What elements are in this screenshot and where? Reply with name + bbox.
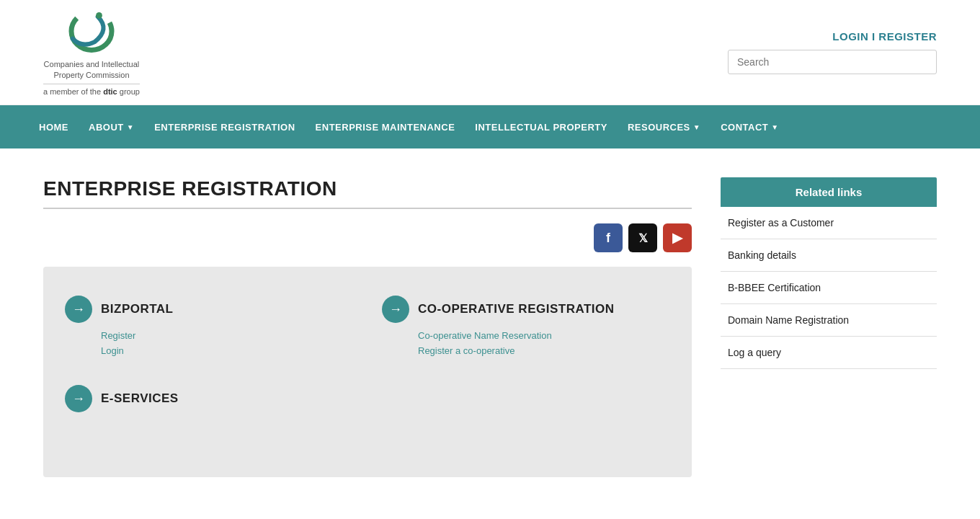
- card-cooperative: CO-OPERATIVE REGISTRATION Co-operative N…: [382, 296, 670, 356]
- svg-point-1: [96, 12, 102, 19]
- card-title-bizportal: BIZPORTAL: [101, 302, 174, 316]
- related-link-domain[interactable]: Domain Name Registration: [721, 304, 937, 337]
- related-links-header: Related links: [721, 177, 937, 207]
- related-link-register-customer[interactable]: Register as a Customer: [721, 207, 937, 239]
- card-eservices: E-SERVICES: [65, 385, 353, 420]
- card-header-eservices: E-SERVICES: [65, 385, 353, 412]
- page-title: ENTERPRISE REGISTRATION: [43, 177, 692, 200]
- nav-enterprise-maintenance[interactable]: ENTERPRISE MAINTENANCE: [306, 105, 466, 148]
- related-link-bbbee[interactable]: B-BBEE Certification: [721, 272, 937, 304]
- card-link-login[interactable]: Login: [101, 345, 353, 356]
- main-nav: HOME ABOUT ▼ ENTERPRISE REGISTRATION ENT…: [0, 105, 980, 148]
- card-header-cooperative: CO-OPERATIVE REGISTRATION: [382, 296, 670, 323]
- card-links-bizportal: Register Login: [101, 330, 353, 356]
- nav-enterprise-registration[interactable]: ENTERPRISE REGISTRATION: [144, 105, 305, 148]
- youtube-icon[interactable]: ▶: [663, 223, 692, 252]
- card-placeholder: [382, 385, 670, 420]
- card-bizportal: BIZPORTAL Register Login: [65, 296, 353, 356]
- main-wrapper: ENTERPRISE REGISTRATION f 𝕏 ▶ BIZPORTAL: [0, 148, 980, 506]
- card-title-eservices: E-SERVICES: [101, 391, 179, 406]
- nav-home[interactable]: HOME: [29, 105, 79, 148]
- chevron-down-icon: ▼: [771, 123, 778, 131]
- site-header: Companies and Intellectual Property Comm…: [0, 0, 980, 105]
- title-divider: [43, 208, 692, 209]
- social-icons: f 𝕏 ▶: [43, 223, 692, 252]
- card-link-coop-name[interactable]: Co-operative Name Reservation: [418, 330, 670, 341]
- content-area: ENTERPRISE REGISTRATION f 𝕏 ▶ BIZPORTAL: [43, 177, 692, 477]
- card-row-1: BIZPORTAL Register Login CO-OPERATIVE RE…: [65, 296, 670, 356]
- twitter-icon[interactable]: 𝕏: [628, 223, 657, 252]
- logo-icon: [59, 7, 124, 58]
- card-row-2: E-SERVICES: [65, 385, 670, 420]
- logo-text: Companies and Intellectual Property Comm…: [43, 59, 140, 97]
- card-link-register[interactable]: Register: [101, 330, 353, 341]
- nav-about[interactable]: ABOUT ▼: [79, 105, 144, 148]
- card-link-register-coop[interactable]: Register a co-operative: [418, 345, 670, 356]
- related-link-log-query[interactable]: Log a query: [721, 337, 937, 369]
- card-grid: BIZPORTAL Register Login CO-OPERATIVE RE…: [43, 267, 692, 477]
- arrow-icon-cooperative: [382, 296, 409, 323]
- card-links-cooperative: Co-operative Name Reservation Register a…: [418, 330, 670, 356]
- sidebar: Related links Register as a Customer Ban…: [721, 177, 937, 477]
- chevron-down-icon: ▼: [127, 123, 134, 131]
- nav-resources[interactable]: RESOURCES ▼: [618, 105, 710, 148]
- card-title-cooperative: CO-OPERATIVE REGISTRATION: [418, 302, 615, 316]
- login-register-link[interactable]: LOGIN I REGISTER: [832, 30, 937, 43]
- header-right: LOGIN I REGISTER: [728, 30, 937, 74]
- card-header-bizportal: BIZPORTAL: [65, 296, 353, 323]
- arrow-icon-bizportal: [65, 296, 92, 323]
- logo-area: Companies and Intellectual Property Comm…: [43, 7, 140, 97]
- facebook-icon[interactable]: f: [594, 223, 623, 252]
- nav-contact[interactable]: CONTACT ▼: [710, 105, 789, 148]
- arrow-icon-eservices: [65, 385, 92, 412]
- chevron-down-icon: ▼: [693, 123, 700, 131]
- search-input[interactable]: [728, 50, 937, 74]
- nav-intellectual-property[interactable]: INTELLECTUAL PROPERTY: [465, 105, 618, 148]
- related-link-banking[interactable]: Banking details: [721, 239, 937, 272]
